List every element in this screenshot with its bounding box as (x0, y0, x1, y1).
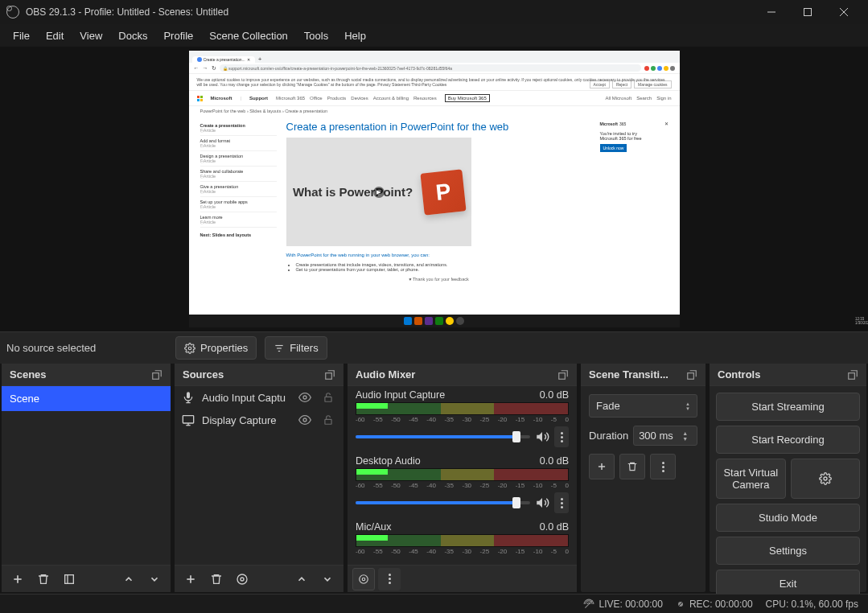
minimize-button[interactable] (753, 0, 789, 24)
mixer-menu-button[interactable] (378, 568, 401, 590)
statusbar: LIVE: 00:00:00 REC: 00:00:00 CPU: 0.1%, … (0, 594, 868, 613)
maximize-button[interactable] (789, 0, 825, 24)
menu-edit[interactable]: Edit (38, 27, 72, 45)
transition-select[interactable]: Fade ▲▼ (589, 394, 697, 418)
svg-rect-13 (326, 372, 332, 379)
settings-button[interactable]: Settings (716, 537, 860, 565)
source-item[interactable]: Audio Input Captu (175, 386, 343, 409)
duration-input[interactable]: ▲▼ (633, 426, 697, 446)
add-transition-button[interactable] (589, 454, 615, 479)
menu-scene-collection[interactable]: Scene Collection (201, 27, 296, 45)
add-scene-button[interactable] (6, 568, 29, 590)
svg-rect-21 (325, 419, 331, 424)
sources-title: Sources (183, 368, 224, 381)
svg-point-27 (362, 578, 365, 581)
preview-area[interactable]: Create a presentation... ✕ + ←→↻ 🔒 suppo… (0, 47, 868, 331)
menu-view[interactable]: View (72, 27, 110, 45)
mixer-title: Audio Mixer (356, 368, 415, 381)
add-source-button[interactable] (179, 568, 202, 590)
controls-panel: Controls Start Streaming Start Recording… (710, 364, 866, 592)
breadcrumb: PowerPoint for the web › Slides & layout… (189, 106, 680, 116)
start-virtual-camera-button[interactable]: Start Virtual Camera (716, 459, 786, 499)
start-recording-button[interactable]: Start Recording (716, 426, 860, 454)
taskbar: 12:331/30/2025 (189, 315, 680, 327)
svg-rect-26 (559, 372, 566, 379)
virtual-camera-settings-button[interactable] (791, 459, 861, 499)
speaker-icon[interactable] (535, 430, 549, 444)
audio-meter (356, 534, 569, 547)
rec-status: REC: 00:00:00 (676, 599, 753, 610)
visibility-toggle[interactable] (298, 391, 313, 404)
menubar: FileEditViewDocksProfileScene Collection… (0, 24, 868, 47)
track-name: Mic/Aux (356, 521, 391, 533)
scene-up-button[interactable] (117, 568, 140, 590)
svg-rect-1 (804, 9, 811, 16)
svg-point-33 (824, 477, 827, 480)
article-title: Create a presentation in PowerPoint for … (286, 121, 592, 133)
close-button[interactable] (825, 0, 862, 24)
source-up-button[interactable] (290, 568, 313, 590)
scene-down-button[interactable] (143, 568, 166, 590)
menu-help[interactable]: Help (336, 27, 374, 45)
svg-point-4 (188, 347, 191, 350)
scene-filters-button[interactable] (58, 568, 80, 590)
menu-file[interactable]: File (5, 27, 38, 45)
source-properties-button[interactable] (231, 568, 253, 590)
volume-slider[interactable] (356, 435, 530, 438)
source-label: Display Capture (202, 414, 277, 426)
svg-rect-11 (65, 574, 74, 583)
svg-rect-16 (325, 397, 331, 401)
popout-icon[interactable] (151, 369, 162, 381)
filters-button[interactable]: Filters (265, 336, 327, 360)
source-label: Audio Input Captu (202, 392, 286, 404)
remove-transition-button[interactable] (619, 454, 645, 479)
popout-icon[interactable] (557, 369, 569, 381)
window-title: OBS 29.1.3 - Profile: Untitled - Scenes:… (26, 6, 753, 18)
track-menu-button[interactable] (554, 426, 569, 447)
titlebar: OBS 29.1.3 - Profile: Untitled - Scenes:… (0, 0, 868, 24)
track-db: 0.0 dB (540, 521, 569, 533)
obs-logo-icon (6, 6, 19, 19)
scene-item[interactable]: Scene (2, 386, 171, 411)
remove-source-button[interactable] (205, 568, 228, 590)
menu-profile[interactable]: Profile (155, 27, 201, 45)
ms-nav: Microsoft| Support Microsoft 365OfficePr… (189, 91, 680, 106)
browser-tab: Create a presentation... (204, 57, 245, 62)
properties-button[interactable]: Properties (175, 336, 257, 360)
svg-rect-32 (849, 372, 855, 379)
transitions-panel: Scene Transiti... Fade ▲▼ Duration ▲▼ (581, 364, 706, 592)
source-down-button[interactable] (316, 568, 339, 590)
lock-toggle[interactable] (323, 392, 337, 403)
menu-docks[interactable]: Docks (110, 27, 155, 45)
url-bar: 🔒 support.microsoft.com/en-us/office/cre… (220, 64, 641, 72)
svg-point-28 (360, 574, 368, 583)
popout-icon[interactable] (847, 369, 858, 381)
mixer-track: Desktop Audio0.0 dB-60-55-50-45-40-35-30… (348, 452, 577, 518)
audio-mixer-panel: Audio Mixer Audio Input Capture0.0 dB-60… (348, 364, 577, 592)
volume-slider[interactable] (356, 501, 530, 504)
svg-rect-17 (183, 416, 193, 423)
duration-label: Duration (589, 430, 628, 442)
menu-tools[interactable]: Tools (296, 27, 336, 45)
video-thumbnail: What is PowerPoint? P ▶ (286, 138, 471, 246)
mixer-track: Mic/Aux0.0 dB-60-55-50-45-40-35-30-25-20… (348, 518, 577, 555)
studio-mode-button[interactable]: Studio Mode (716, 504, 860, 532)
mixer-track: Audio Input Capture0.0 dB-60-55-50-45-40… (348, 386, 577, 452)
transition-menu-button[interactable] (650, 454, 676, 479)
visibility-toggle[interactable] (298, 413, 313, 426)
popout-icon[interactable] (686, 369, 697, 381)
lock-toggle[interactable] (323, 414, 337, 426)
no-source-status: No source selected (6, 342, 167, 354)
speaker-icon[interactable] (535, 496, 549, 510)
track-menu-button[interactable] (554, 492, 569, 513)
audio-meter (356, 402, 569, 415)
source-item[interactable]: Display Capture (175, 409, 343, 431)
transitions-title: Scene Transiti... (589, 368, 668, 381)
track-db: 0.0 dB (540, 389, 569, 401)
start-streaming-button[interactable]: Start Streaming (716, 393, 860, 421)
mixer-settings-button[interactable] (352, 568, 375, 590)
article-aside: Microsoft365✕ You're invited to try Micr… (600, 121, 668, 310)
article-bullets: Create presentations that include images… (286, 262, 592, 272)
popout-icon[interactable] (324, 369, 335, 381)
remove-scene-button[interactable] (32, 568, 55, 590)
